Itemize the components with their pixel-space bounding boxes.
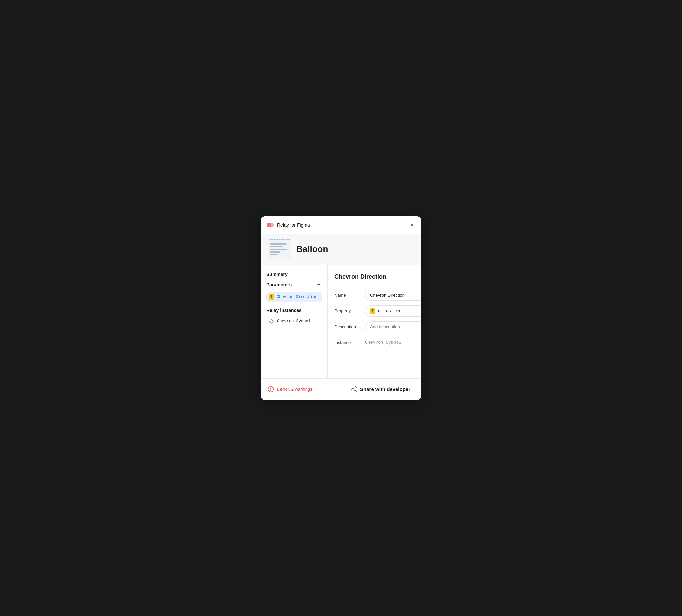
left-panel: Summary Parameters + ! Chevron Direction…	[261, 265, 328, 378]
error-text: 1 error, 2 warnings	[276, 387, 312, 392]
thumb-line-3	[270, 249, 287, 250]
right-panel: Chevron Direction Name	[328, 265, 421, 378]
svg-point-15	[352, 389, 353, 390]
name-input[interactable]	[365, 290, 421, 301]
svg-point-14	[355, 391, 356, 392]
main-content: Summary Parameters + ! Chevron Direction…	[261, 265, 421, 378]
app-title: Relay for Figma	[277, 223, 310, 228]
more-options-button[interactable]: ⋮	[402, 244, 414, 255]
svg-line-16	[353, 388, 355, 389]
diamond-icon	[269, 319, 274, 324]
property-field-row: Property ! direction ⌄	[334, 305, 421, 317]
parameter-warning-icon: !	[269, 294, 274, 300]
description-field-row: Description	[334, 321, 421, 332]
svg-line-17	[353, 390, 355, 391]
property-value: direction	[378, 308, 420, 313]
parameter-label: Chevron Direction	[277, 295, 317, 299]
component-header-left: Balloon	[268, 239, 328, 259]
title-bar-left: Relay for Figma	[267, 221, 310, 229]
relay-logo-icon	[267, 221, 274, 229]
instance-target-button[interactable]	[419, 337, 421, 348]
right-panel-title: Chevron Direction	[334, 273, 386, 280]
instance-label: Instance	[334, 340, 361, 345]
share-label: Share with developer	[360, 386, 410, 392]
name-label: Name	[334, 293, 361, 298]
name-field-row: Name	[334, 290, 421, 301]
property-warning-icon: !	[370, 308, 375, 314]
description-label: Description	[334, 324, 361, 329]
instance-value: Chevron Symbol	[365, 340, 415, 345]
thumb-line-1	[270, 244, 287, 245]
error-info: ! 1 error, 2 warnings	[268, 386, 312, 392]
description-input[interactable]	[365, 321, 421, 332]
footer: ! 1 error, 2 warnings Share with develop…	[261, 378, 421, 400]
right-panel-header: Chevron Direction	[334, 272, 421, 282]
thumb-line-4	[270, 251, 280, 253]
summary-section-title: Summary	[267, 272, 322, 277]
relay-instance-item[interactable]: Chevron Symbol	[267, 318, 322, 325]
main-panel: Relay for Figma × Balloon ⋮ Summary Para…	[261, 216, 421, 400]
parameters-section-title: Parameters +	[267, 282, 322, 288]
relay-instance-label: Chevron Symbol	[277, 319, 311, 324]
parameter-item-chevron-direction[interactable]: ! Chevron Direction	[267, 292, 322, 302]
relay-instances-title: Relay instances	[267, 308, 322, 313]
property-label: Property	[334, 308, 361, 313]
thumb-line-2	[270, 246, 283, 247]
component-header: Balloon ⋮	[261, 234, 421, 265]
svg-point-1	[269, 223, 274, 227]
delete-button[interactable]	[420, 272, 421, 282]
instance-field-row: Instance Chevron Symbol	[334, 337, 421, 348]
component-name: Balloon	[296, 244, 328, 254]
thumb-line-5	[270, 254, 277, 255]
title-bar: Relay for Figma ×	[261, 216, 421, 234]
share-icon	[351, 386, 357, 393]
svg-point-13	[355, 387, 356, 388]
property-select[interactable]: ! direction ⌄	[365, 305, 421, 317]
share-with-developer-button[interactable]: Share with developer	[347, 383, 414, 395]
error-icon: !	[268, 386, 274, 392]
close-button[interactable]: ×	[408, 222, 415, 229]
component-thumbnail	[268, 239, 291, 259]
add-parameter-button[interactable]: +	[316, 282, 322, 288]
relay-instances-section: Relay instances Chevron Symbol	[267, 308, 322, 325]
